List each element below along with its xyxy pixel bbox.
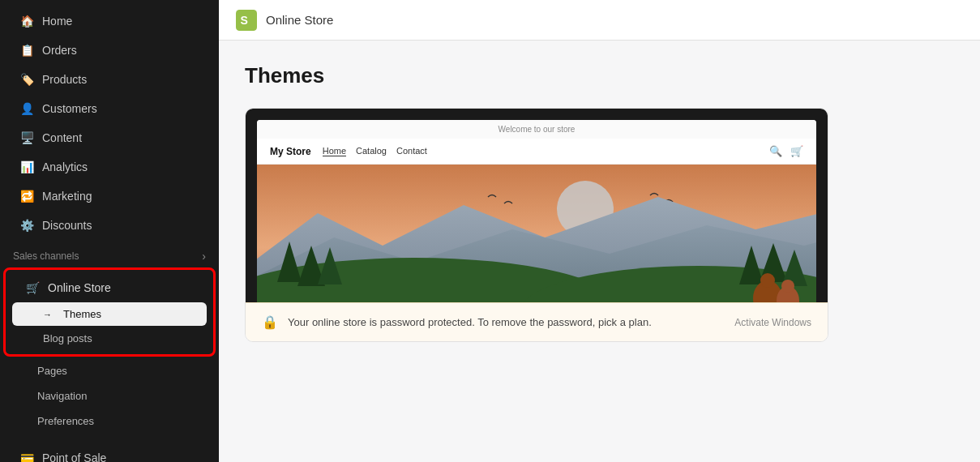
activate-windows-link[interactable]: Activate Windows bbox=[734, 317, 811, 328]
laptop-frame: Welcome to our store My Store Home Catal… bbox=[246, 109, 828, 302]
sidebar-item-label: Home bbox=[42, 15, 72, 28]
sidebar-item-point-of-sale[interactable]: 💳 Point of Sale bbox=[6, 444, 212, 462]
sidebar-item-label: Orders bbox=[42, 44, 77, 57]
page-title: Themes bbox=[245, 63, 954, 88]
sidebar-item-products[interactable]: 🏷️ Products bbox=[6, 66, 212, 93]
nav-home[interactable]: Home bbox=[323, 146, 346, 156]
cart-icon: 🛒 bbox=[790, 145, 803, 157]
svg-text:S: S bbox=[240, 14, 247, 27]
topbar: S Online Store bbox=[219, 0, 980, 41]
sidebar-item-label: Content bbox=[42, 131, 82, 144]
sidebar-item-label: Point of Sale bbox=[42, 451, 106, 462]
theme-card: Welcome to our store My Store Home Catal… bbox=[245, 108, 828, 342]
topbar-title: Online Store bbox=[266, 13, 333, 27]
main-area: S Online Store Themes Welcome to our sto… bbox=[219, 0, 980, 462]
svg-point-15 bbox=[760, 273, 775, 288]
sidebar-item-analytics[interactable]: 📊 Analytics bbox=[6, 153, 212, 181]
sidebar-item-label: Discounts bbox=[42, 219, 92, 232]
store-tagline: Welcome to our store bbox=[257, 120, 816, 139]
arrow-icon: → bbox=[43, 310, 52, 319]
svg-point-17 bbox=[781, 280, 794, 293]
sub-item-pages[interactable]: Pages bbox=[6, 359, 212, 383]
analytics-icon: 📊 bbox=[19, 160, 34, 174]
sub-item-label: Themes bbox=[63, 308, 101, 320]
sidebar-item-content[interactable]: 🖥️ Content bbox=[6, 124, 212, 152]
sidebar-item-label: Marketing bbox=[42, 190, 92, 203]
laptop-screen: Welcome to our store My Store Home Catal… bbox=[257, 120, 816, 302]
sub-item-themes[interactable]: → Themes bbox=[12, 302, 207, 326]
sub-item-blog-posts[interactable]: Blog posts bbox=[12, 327, 207, 350]
highlight-box: 🛒 Online Store → Themes Blog posts bbox=[3, 267, 216, 357]
sub-item-label: Pages bbox=[37, 365, 67, 377]
content-icon: 🖥️ bbox=[19, 130, 34, 145]
content-area: Themes Welcome to our store My Store Hom… bbox=[219, 41, 980, 462]
store-name: My Store bbox=[270, 146, 311, 157]
sidebar-item-label: Analytics bbox=[42, 160, 88, 173]
store-icons: 🔍 🛒 bbox=[769, 145, 803, 157]
sub-item-preferences[interactable]: Preferences bbox=[6, 409, 212, 433]
sidebar-item-label: Customers bbox=[42, 102, 97, 115]
store-nav: Home Catalog Contact bbox=[323, 146, 427, 156]
orders-icon: 📋 bbox=[19, 43, 34, 58]
lock-icon: 🔒 bbox=[262, 314, 278, 330]
products-icon: 🏷️ bbox=[19, 72, 34, 87]
nav-catalog[interactable]: Catalog bbox=[356, 146, 387, 156]
sidebar-item-orders[interactable]: 📋 Orders bbox=[6, 36, 212, 64]
online-store-icon: 🛒 bbox=[25, 280, 40, 295]
nav-contact[interactable]: Contact bbox=[396, 146, 427, 156]
password-banner: 🔒 Your online store is password protecte… bbox=[246, 302, 828, 341]
sub-item-label: Navigation bbox=[37, 390, 87, 402]
sub-item-label: Preferences bbox=[37, 415, 94, 427]
sidebar-item-discounts[interactable]: ⚙️ Discounts bbox=[6, 212, 212, 239]
home-icon: 🏠 bbox=[19, 14, 34, 28]
discounts-icon: ⚙️ bbox=[19, 218, 34, 233]
store-topbar: My Store Home Catalog Contact 🔍 🛒 bbox=[257, 139, 816, 165]
sidebar: 🏠 Home 📋 Orders 🏷️ Products 👤 Customers … bbox=[0, 0, 219, 462]
sidebar-item-label: Online Store bbox=[48, 281, 111, 294]
search-icon: 🔍 bbox=[769, 145, 782, 157]
sidebar-item-customers[interactable]: 👤 Customers bbox=[6, 95, 212, 122]
sidebar-item-label: Products bbox=[42, 73, 87, 86]
pos-icon: 💳 bbox=[19, 451, 34, 462]
sub-item-navigation[interactable]: Navigation bbox=[6, 384, 212, 408]
sidebar-item-online-store[interactable]: 🛒 Online Store bbox=[12, 274, 207, 302]
landscape-illustration bbox=[257, 165, 816, 302]
sub-item-label: Blog posts bbox=[43, 332, 92, 344]
store-topbar-left: My Store Home Catalog Contact bbox=[270, 146, 427, 157]
customers-icon: 👤 bbox=[19, 101, 34, 116]
sidebar-item-home[interactable]: 🏠 Home bbox=[6, 7, 212, 35]
sales-channels-label: Sales channels › bbox=[0, 240, 219, 266]
password-banner-text: Your online store is password protected.… bbox=[288, 316, 652, 328]
sidebar-item-marketing[interactable]: 🔁 Marketing bbox=[6, 182, 212, 210]
marketing-icon: 🔁 bbox=[19, 189, 34, 203]
shopify-logo: S bbox=[235, 9, 258, 32]
